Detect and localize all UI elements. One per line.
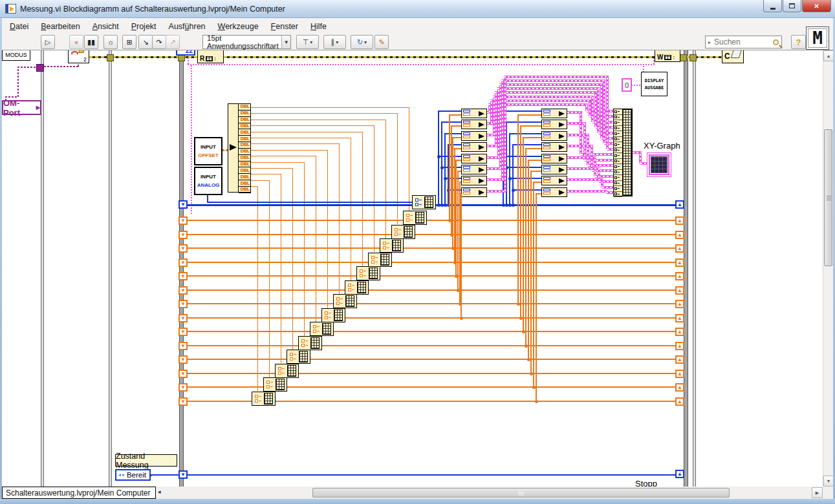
shift-register-right[interactable]: ▲: [675, 383, 684, 392]
shift-register-left[interactable]: ▼: [179, 244, 188, 253]
shift-register-right[interactable]: ▲: [675, 370, 684, 378]
menu-item-ansicht[interactable]: Ansicht: [92, 22, 119, 31]
shift-register-left[interactable]: ▼: [179, 328, 188, 336]
shift-register-left[interactable]: ▼: [179, 383, 188, 392]
scroll-right-button[interactable]: ▶: [812, 487, 823, 498]
tunnel[interactable]: [107, 54, 114, 61]
step-out-button[interactable]: ↗: [166, 35, 180, 49]
string-constant-0[interactable]: 0: [622, 78, 632, 92]
shift-register-right[interactable]: ▲: [675, 355, 684, 364]
shift-register-right[interactable]: ▲: [675, 470, 684, 478]
unbundle-node[interactable]: DBLDBLDBLDBLDBLDBLDBLDBLDBLDBLDBLDBLDBLD…: [228, 103, 251, 193]
bundle-node[interactable]: [541, 131, 567, 141]
shift-register-right[interactable]: ▲: [675, 300, 684, 308]
search-history-arrow-icon[interactable]: ▸: [708, 39, 711, 45]
shift-register-left[interactable]: ▼: [179, 314, 188, 322]
shift-register-left[interactable]: ▼: [179, 286, 188, 295]
menu-item-werkzeuge[interactable]: Werkzeuge: [218, 22, 259, 31]
scroll-down-button[interactable]: ▼: [823, 476, 834, 487]
bundle-node[interactable]: [461, 142, 487, 152]
font-selector[interactable]: 15pt Anwendungsschriftart ▼: [202, 35, 291, 49]
step-over-button[interactable]: ↷: [152, 35, 166, 49]
bundle-node[interactable]: [541, 120, 567, 129]
shift-register-left[interactable]: ▼: [179, 216, 188, 225]
retain-wire-values-button[interactable]: ⊞: [122, 35, 136, 49]
bundle-node[interactable]: [461, 131, 487, 141]
shift-register-right[interactable]: ▲: [675, 397, 684, 406]
menu-item-bearbeiten[interactable]: Bearbeiten: [41, 22, 80, 31]
shift-register-right[interactable]: ▲: [675, 244, 684, 253]
horizontal-scroll-thumb[interactable]: [312, 488, 730, 498]
build-array-node-main[interactable]: [613, 109, 633, 196]
bundle-node[interactable]: [541, 154, 567, 163]
shift-register-right[interactable]: ▲: [675, 286, 684, 295]
build-array-node[interactable]: [345, 280, 369, 295]
help-button[interactable]: ?: [791, 35, 806, 49]
shift-register-right[interactable]: ▲: [675, 258, 684, 267]
build-array-node[interactable]: [403, 211, 427, 225]
bundle-node[interactable]: [461, 165, 487, 174]
minimize-button[interactable]: [763, 0, 782, 12]
search-input[interactable]: [713, 37, 771, 47]
scroll-up-button[interactable]: ▲: [823, 50, 834, 61]
bundle-node[interactable]: [541, 109, 567, 118]
build-array-node[interactable]: [252, 392, 276, 406]
build-array-node[interactable]: [287, 350, 310, 364]
bereit-enum-constant[interactable]: ◄►Bereit▼: [115, 469, 151, 481]
shift-register-left[interactable]: ▼: [179, 370, 188, 378]
menu-item-datei[interactable]: Datei: [10, 22, 28, 31]
menu-item-projekt[interactable]: Projekt: [131, 22, 157, 31]
bundle-node[interactable]: [461, 154, 487, 163]
bundle-node[interactable]: [541, 176, 567, 185]
pane-left-arrow-icon[interactable]: ◂: [158, 488, 161, 495]
align-objects-dropdown[interactable]: ⊤▾: [296, 35, 319, 49]
shift-register-left[interactable]: ▼: [179, 200, 188, 209]
bundle-node[interactable]: [461, 120, 487, 129]
close-button[interactable]: ✕: [802, 0, 831, 12]
highlight-execution-button[interactable]: ☼: [103, 35, 118, 49]
build-array-node[interactable]: [333, 294, 357, 308]
vi-icon[interactable]: M: [806, 26, 829, 50]
shift-register-right[interactable]: ▲: [675, 314, 684, 322]
block-diagram-canvas[interactable]: OM-Port▶MODUS2abcR:abcW:C220DISPLAYAUSGA…: [0, 50, 823, 487]
build-array-node[interactable]: [310, 322, 334, 336]
visa-tunnel[interactable]: [36, 64, 44, 72]
step-into-button[interactable]: ↘: [138, 35, 153, 49]
reorder-dropdown[interactable]: ↻▾: [351, 35, 373, 49]
bundle-node[interactable]: [541, 165, 567, 174]
build-array-node[interactable]: [368, 253, 392, 267]
shift-register-right[interactable]: ▲: [675, 200, 684, 209]
shift-register-left[interactable]: ▼: [179, 300, 188, 308]
build-array-node[interactable]: [380, 238, 404, 253]
vi-icon-2[interactable]: 2: [68, 50, 89, 63]
tunnel[interactable]: [680, 54, 687, 61]
maximize-button[interactable]: [783, 0, 801, 12]
execution-context-label[interactable]: Schalterauswertung.lvproj/Mein Computer: [2, 487, 156, 499]
shift-register-right[interactable]: ▲: [675, 328, 684, 336]
shift-register-right[interactable]: ▲: [675, 342, 684, 350]
close-function-icon[interactable]: C: [722, 50, 744, 63]
shift-register-left[interactable]: ▼: [179, 470, 188, 479]
build-array-node[interactable]: [263, 377, 287, 392]
shift-register-right[interactable]: ▲: [675, 272, 684, 280]
build-array-node[interactable]: [321, 308, 345, 322]
shift-register-left[interactable]: ▼: [179, 342, 188, 350]
distribute-objects-dropdown[interactable]: ∥▾: [323, 35, 346, 49]
abort-button[interactable]: ●: [69, 35, 83, 49]
clean-up-diagram-button[interactable]: ✎: [374, 35, 389, 49]
tunnel[interactable]: [689, 54, 697, 61]
menu-item-fenster[interactable]: Fenster: [271, 22, 298, 31]
shift-register-left[interactable]: ▼: [179, 258, 188, 267]
scan-from-string-icon[interactable]: abcR:: [197, 50, 224, 63]
run-button[interactable]: ▷: [41, 35, 55, 49]
format-into-string-icon[interactable]: abcW:: [655, 50, 680, 62]
build-array-node[interactable]: [356, 266, 380, 280]
bundle-node[interactable]: [461, 109, 487, 118]
com-port-label[interactable]: OM-Port▶: [2, 100, 41, 115]
menu-item-hilfe[interactable]: Hilfe: [310, 22, 327, 31]
menu-item-ausfhren[interactable]: Ausführen: [169, 22, 206, 31]
bundle-node[interactable]: [541, 187, 567, 197]
shift-register-right[interactable]: ▲: [675, 231, 684, 239]
shift-register-left[interactable]: ▼: [179, 355, 188, 364]
shift-register-left[interactable]: ▼: [179, 231, 188, 239]
